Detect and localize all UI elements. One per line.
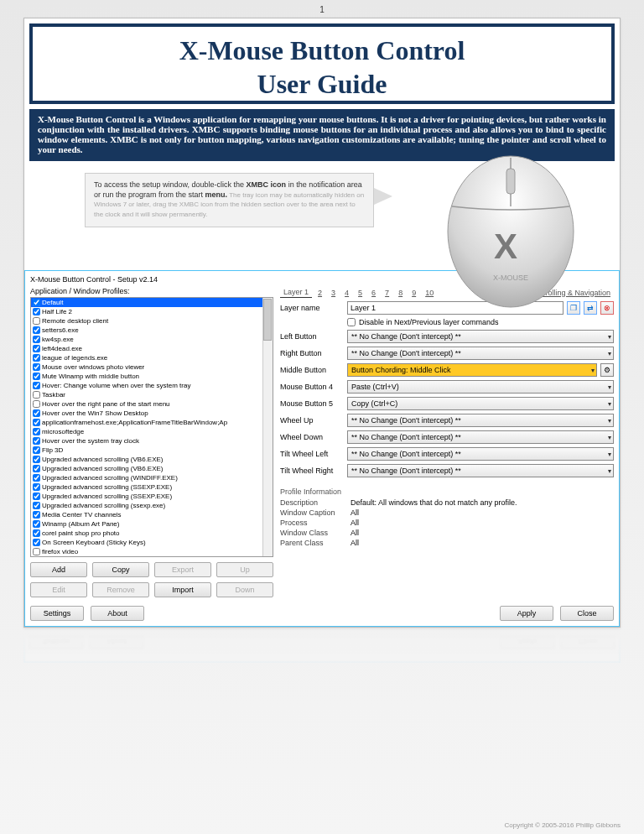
profile-row[interactable]: Hover over the right pane of the start m… <box>31 399 273 409</box>
tab-layer-1[interactable]: Layer 1 <box>280 287 312 298</box>
profile-row[interactable]: Remote desktop client <box>31 316 273 326</box>
profile-row[interactable]: Media Center TV channels <box>31 510 273 519</box>
scrollbar[interactable] <box>262 298 273 556</box>
profile-checkbox[interactable] <box>33 382 40 389</box>
profile-row[interactable]: Winamp (Album Art Pane) <box>31 519 273 529</box>
tab-layer-8[interactable]: 8 <box>395 288 406 298</box>
assignment-dropdown[interactable]: ** No Change (Don't intercept) **▾ <box>347 347 614 360</box>
profile-checkbox[interactable] <box>33 428 40 435</box>
tab-layer-6[interactable]: 6 <box>368 288 379 298</box>
add-button[interactable]: Add <box>30 562 87 577</box>
profile-row[interactable]: Upgraded advanced scrolling (ssexp.exe) <box>31 501 273 510</box>
clear-layer-icon[interactable]: ⊗ <box>600 301 614 315</box>
remove-button[interactable]: Remove <box>92 582 149 597</box>
assignment-label: Tilt Wheel Left <box>280 450 344 458</box>
profile-row[interactable]: Half Life 2 <box>31 307 273 316</box>
profile-row[interactable]: Default <box>31 298 273 307</box>
profile-label: Remote desktop client <box>42 316 108 326</box>
profile-row[interactable]: Hover over the system tray clock <box>31 436 273 446</box>
tab-layer-9[interactable]: 9 <box>408 288 419 298</box>
profile-row[interactable]: Upgraded advanced scrolling (VB6.EXE) <box>31 464 273 473</box>
scroll-thumb[interactable] <box>263 299 272 341</box>
profile-checkbox[interactable] <box>33 539 40 546</box>
tab-layer-5[interactable]: 5 <box>355 288 366 298</box>
profile-row[interactable]: Mouse over windows photo viewer <box>31 362 273 372</box>
profile-checkbox[interactable] <box>33 317 40 325</box>
assignment-dropdown[interactable]: ** No Change (Don't intercept) **▾ <box>347 464 614 477</box>
copy-button[interactable]: Copy <box>92 562 149 577</box>
profile-checkbox[interactable] <box>33 520 40 528</box>
assignment-dropdown[interactable]: Button Chording: Middle Click▾ <box>347 363 597 377</box>
disable-layer-checkbox[interactable] <box>347 318 356 326</box>
profile-row[interactable]: Taskbar <box>31 390 273 399</box>
profile-checkbox[interactable] <box>33 373 40 380</box>
profile-row[interactable]: firefox video <box>31 547 273 556</box>
tab-layer-7[interactable]: 7 <box>382 288 392 298</box>
profile-checkbox[interactable] <box>33 456 40 463</box>
profile-row[interactable]: Upgraded advanced scrolling (WINDIFF.EXE… <box>31 473 273 482</box>
profile-checkbox[interactable] <box>33 548 40 555</box>
profile-row[interactable]: left4dead.exe <box>31 344 273 353</box>
tab-layer-2[interactable]: 2 <box>314 288 325 298</box>
edit-button[interactable]: Edit <box>30 582 87 597</box>
assignment-dropdown[interactable]: Copy (Ctrl+C)▾ <box>347 397 614 410</box>
tab-layer-3[interactable]: 3 <box>328 288 339 298</box>
profile-checkbox[interactable] <box>33 446 40 454</box>
profile-checkbox[interactable] <box>33 354 40 362</box>
profile-row[interactable]: applicationframehost.exe;ApplicationFram… <box>31 418 273 427</box>
profile-row[interactable]: microsoftedge <box>31 427 273 436</box>
profile-row[interactable]: notepad.exe <box>31 556 273 557</box>
profile-row[interactable]: kw4sp.exe <box>31 335 273 344</box>
down-button[interactable]: Down <box>216 582 273 597</box>
profile-checkbox[interactable] <box>33 400 40 408</box>
profile-row[interactable]: setters6.exe <box>31 326 273 335</box>
profile-checkbox[interactable] <box>33 409 40 417</box>
assignment-dropdown[interactable]: ** No Change (Don't intercept) **▾ <box>347 330 614 343</box>
assignment-dropdown[interactable]: Paste (Ctrl+V)▾ <box>347 380 614 394</box>
export-button[interactable]: Export <box>154 562 211 577</box>
profile-row[interactable]: Hover: Change volume when over the syste… <box>31 381 273 390</box>
settings-button[interactable]: Settings <box>30 606 84 621</box>
profile-list[interactable]: DefaultHalf Life 2Remote desktop clients… <box>30 297 273 557</box>
profile-checkbox[interactable] <box>33 474 40 482</box>
profile-row[interactable]: Upgraded advanced scrolling (SSEXP.EXE) <box>31 492 273 501</box>
profile-checkbox[interactable] <box>33 483 40 491</box>
profile-row[interactable]: Upgraded advanced scrolling (SSEXP.EXE) <box>31 482 273 492</box>
profile-checkbox[interactable] <box>33 437 40 445</box>
apply-button[interactable]: Apply <box>500 606 553 621</box>
profile-row[interactable]: Hover over the Win7 Show Desktop <box>31 409 273 418</box>
about-button[interactable]: About <box>90 633 143 649</box>
about-button[interactable]: About <box>91 606 144 621</box>
profile-checkbox[interactable] <box>33 502 40 509</box>
close-button[interactable]: Close <box>561 633 615 649</box>
settings-button[interactable]: Settings <box>29 633 83 649</box>
profile-checkbox[interactable] <box>33 326 40 334</box>
profile-row[interactable]: Mute Winamp with middle button <box>31 372 273 381</box>
profile-checkbox[interactable] <box>33 336 40 343</box>
assignment-dropdown[interactable]: ** No Change (Don't intercept) **▾ <box>347 414 614 427</box>
profile-checkbox[interactable] <box>33 511 40 519</box>
profile-checkbox[interactable] <box>33 419 40 426</box>
profile-checkbox[interactable] <box>33 299 40 306</box>
profile-checkbox[interactable] <box>33 529 40 537</box>
profile-checkbox[interactable] <box>33 345 40 352</box>
import-button[interactable]: Import <box>154 582 211 597</box>
up-button[interactable]: Up <box>216 562 273 577</box>
profile-checkbox[interactable] <box>33 391 40 399</box>
profile-row[interactable]: On Screen Keyboard (Sticky Keys) <box>31 538 273 547</box>
profile-label: Half Life 2 <box>42 307 72 316</box>
profile-checkbox[interactable] <box>33 308 40 315</box>
profile-row[interactable]: Flip 3D <box>31 446 273 455</box>
profile-row[interactable]: corel paint shop pro photo <box>31 529 273 538</box>
profile-checkbox[interactable] <box>33 363 40 371</box>
apply-button[interactable]: Apply <box>501 633 554 649</box>
gear-icon[interactable]: ⚙ <box>600 363 614 377</box>
profile-checkbox[interactable] <box>33 493 40 500</box>
profile-row[interactable]: league of legends.exe <box>31 353 273 362</box>
assignment-dropdown[interactable]: ** No Change (Don't intercept) **▾ <box>347 447 614 461</box>
profile-checkbox[interactable] <box>33 465 40 472</box>
tab-layer-4[interactable]: 4 <box>341 288 352 298</box>
close-button[interactable]: Close <box>560 606 614 621</box>
profile-row[interactable]: Upgraded advanced scrolling (VB6.EXE) <box>31 455 273 464</box>
assignment-dropdown[interactable]: ** No Change (Don't intercept) **▾ <box>347 430 614 444</box>
